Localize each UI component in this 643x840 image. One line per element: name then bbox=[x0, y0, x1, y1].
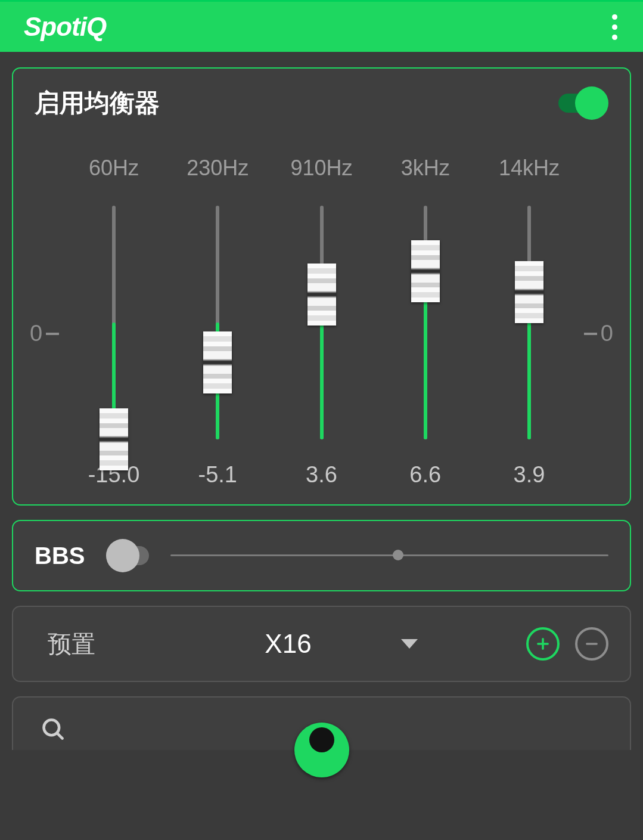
eq-band-freq: 910Hz bbox=[290, 156, 352, 181]
eq-band-freq: 60Hz bbox=[89, 156, 139, 181]
eq-band: 910Hz3.6 bbox=[278, 156, 365, 488]
zero-mark-left: 0 bbox=[30, 156, 68, 488]
eq-band-slider[interactable] bbox=[278, 206, 365, 439]
bbs-slider[interactable] bbox=[170, 552, 608, 559]
eq-band: 14kHz3.9 bbox=[486, 156, 573, 488]
equalizer-title: 启用均衡器 bbox=[35, 86, 160, 120]
preset-select[interactable]: X16 bbox=[172, 629, 511, 659]
app-title: SpotiQ bbox=[24, 12, 106, 42]
more-vert-icon bbox=[612, 14, 617, 20]
eq-band-value: 3.9 bbox=[514, 462, 545, 488]
preset-label: 预置 bbox=[35, 628, 172, 661]
preset-card: 预置 X16 bbox=[12, 606, 631, 682]
equalizer-card: 启用均衡器 0 60Hz-15.0230Hz-5.1910Hz3.63kHz6.… bbox=[12, 67, 631, 506]
remove-preset-button[interactable] bbox=[575, 627, 608, 661]
add-preset-button[interactable] bbox=[526, 627, 560, 661]
eq-band-group: 60Hz-15.0230Hz-5.1910Hz3.63kHz6.614kHz3.… bbox=[68, 156, 575, 488]
bbs-label: BBS bbox=[35, 543, 92, 569]
eq-band-slider[interactable] bbox=[382, 206, 469, 439]
eq-band-thumb[interactable] bbox=[411, 240, 440, 302]
eq-band: 60Hz-15.0 bbox=[70, 156, 157, 488]
eq-band-thumb[interactable] bbox=[100, 408, 128, 470]
play-button[interactable] bbox=[294, 723, 349, 777]
equalizer-toggle[interactable] bbox=[558, 86, 608, 120]
eq-band-thumb[interactable] bbox=[307, 264, 336, 326]
search-icon[interactable] bbox=[41, 717, 67, 745]
eq-band: 230Hz-5.1 bbox=[174, 156, 261, 488]
eq-band-freq: 3kHz bbox=[401, 156, 450, 181]
eq-band-thumb[interactable] bbox=[203, 331, 232, 393]
zero-mark-right: 0 bbox=[575, 156, 613, 488]
bbs-card: BBS bbox=[12, 520, 631, 591]
eq-band-value: 6.6 bbox=[409, 462, 441, 488]
eq-band-value: -5.1 bbox=[198, 462, 237, 488]
plus-icon bbox=[535, 636, 551, 652]
chevron-down-icon bbox=[401, 639, 418, 649]
eq-band-slider[interactable] bbox=[70, 206, 157, 439]
eq-band-freq: 230Hz bbox=[187, 156, 248, 181]
minus-icon bbox=[583, 636, 600, 652]
eq-band-value: 3.6 bbox=[306, 462, 337, 488]
eq-band-freq: 14kHz bbox=[499, 156, 560, 181]
eq-band: 3kHz6.6 bbox=[382, 156, 469, 488]
bbs-slider-thumb[interactable] bbox=[393, 550, 403, 560]
eq-band-slider[interactable] bbox=[174, 206, 261, 439]
eq-band-slider[interactable] bbox=[486, 206, 573, 439]
player-card bbox=[12, 696, 631, 750]
overflow-menu-button[interactable] bbox=[600, 13, 629, 41]
preset-selected-value: X16 bbox=[265, 629, 311, 659]
bbs-toggle[interactable] bbox=[106, 539, 156, 572]
eq-band-thumb[interactable] bbox=[515, 261, 543, 323]
app-header: SpotiQ bbox=[0, 2, 643, 52]
